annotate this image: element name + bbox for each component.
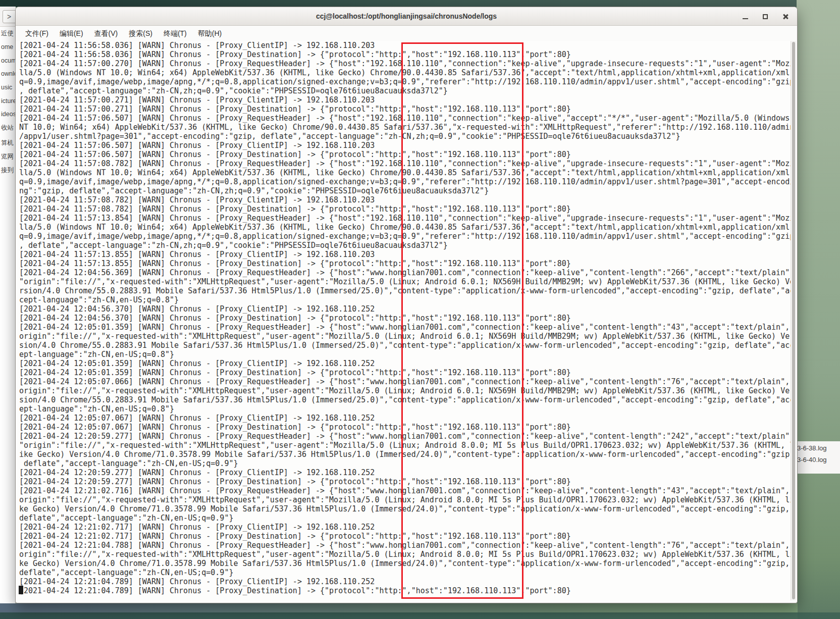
log-line: cept-language":"zh-CN,en-US;q=0.8"}: [19, 295, 794, 304]
menu-item-view[interactable]: 查看(V): [89, 26, 124, 41]
log-line: [2021-04-24 11:57:06.507] [WARN] Chronus…: [19, 141, 794, 150]
minimize-button[interactable]: [739, 10, 752, 23]
sidebar-item-fragment[interactable]: 算机: [0, 137, 16, 150]
log-line: [2021-04-24 11:57:13.855] [WARN] Chronus…: [19, 259, 794, 268]
forward-arrow-button[interactable]: >: [3, 10, 16, 23]
log-line: deflate","accept-language":"zh-CN,en-US;…: [19, 459, 794, 468]
log-line: origin":"file://","x-requested-with":"XM…: [19, 550, 794, 559]
menu-item-search[interactable]: 搜索(S): [123, 26, 158, 41]
sidebar-item-fragment[interactable]: ownlo: [0, 67, 16, 81]
terminal-log-viewport[interactable]: [2021-04-24 11:56:58.036] [WARN] Chronus…: [19, 41, 794, 601]
log-line: [2021-04-24 11:57:00.271] [WARN] Chronus…: [19, 105, 794, 114]
close-button[interactable]: [779, 10, 792, 23]
log-line: [2021-04-24 11:57:06.507] [WARN] Chronus…: [19, 114, 794, 123]
sidebar-item-fragment[interactable]: usic: [0, 81, 16, 94]
menu-item-file[interactable]: 文件(F): [20, 26, 54, 41]
log-line: origin":"file://","x-requested-with":"XM…: [19, 386, 794, 395]
window-title: ccj@localhost:/opt/honglianjingsai/chron…: [316, 12, 497, 20]
desktop-background-bottom-edge: [0, 612, 840, 619]
log-line: [2021-04-24 12:21:04.789] [WARN] Chronus…: [19, 577, 794, 586]
scrollbar-thumb[interactable]: [792, 42, 795, 599]
log-line: [2021-04-24 12:05:01.359] [WARN] Chronus…: [19, 359, 794, 368]
log-line: [2021-04-24 11:57:06.507] [WARN] Chronus…: [19, 150, 794, 159]
log-line: [2021-04-24 12:05:07.066] [WARN] Chronus…: [19, 377, 794, 386]
log-line: [2021-04-24 12:04:56.369] [WARN] Chronus…: [19, 268, 794, 277]
sidebar-item-fragment[interactable]: ocum: [0, 54, 16, 67]
minimize-icon: [743, 18, 748, 19]
log-line: sion/4.0 Chrome/55.0.2883.91 Mobile Safa…: [19, 395, 794, 404]
log-line: q=0.9,image/avif,image/webp,image/apng,*…: [19, 177, 794, 186]
maximize-button[interactable]: [759, 10, 772, 23]
log-line: lla/5.0 (Windows NT 10.0; Win64; x64) Ap…: [19, 68, 794, 77]
sidebar-item-fragment[interactable]: 收站: [0, 121, 16, 135]
log-line: sion/4.0 Chrome/55.0.2883.91 Mobile Safa…: [19, 341, 794, 350]
log-line: "origin":"file://","x-requested-with":"X…: [19, 277, 794, 286]
sidebar-item-fragment[interactable]: ideos: [0, 108, 16, 121]
log-line: lla/5.0 (Windows NT 10.0; Win64; x64) Ap…: [19, 223, 794, 232]
terminal-menubar: 文件(F)编辑(E)查看(V)搜索(S)终端(T)帮助(H): [16, 26, 797, 41]
sidebar-item-fragment[interactable]: ome: [0, 40, 16, 54]
background-file-list-sliver: 3-6-38.log3-6-40.log: [797, 441, 840, 474]
file-manager-toolbar: >: [0, 7, 16, 27]
desktop-background-right: [797, 0, 840, 619]
log-line: [2021-04-24 11:57:13.855] [WARN] Chronus…: [19, 250, 794, 259]
log-line: [2021-04-24 12:20:59.277] [WARN] Chronus…: [19, 468, 794, 477]
menu-item-edit[interactable]: 编辑(E): [54, 26, 89, 41]
log-line: ke Gecko) Version/4.0 Chrome/71.0.3578.9…: [19, 559, 794, 568]
log-line: deflate","accept-language":"zh-CN,en-US;…: [19, 513, 794, 523]
log-line: [2021-04-24 12:21:02.716] [WARN] Chronus…: [19, 486, 794, 495]
log-line: [2021-04-24 12:05:01.359] [WARN] Chronus…: [19, 368, 794, 377]
maximize-icon: [763, 14, 768, 19]
terminal-titlebar[interactable]: ccj@localhost:/opt/honglianjingsai/chron…: [16, 7, 797, 26]
log-line: q=0.9,image/avif,image/webp,image/apng,*…: [19, 232, 794, 241]
menu-item-terminal[interactable]: 终端(T): [158, 26, 192, 41]
log-line: origin":"file://","x-requested-with":"XM…: [19, 495, 794, 504]
log-line: ept-language":"zh-CN,en-US;q=0.8"}: [19, 404, 794, 414]
log-line: [2021-04-24 11:56:58.036] [WARN] Chronus…: [19, 41, 794, 50]
terminal-scrollbar[interactable]: [791, 41, 796, 600]
log-line: [2021-04-24 12:04:56.370] [WARN] Chronus…: [19, 304, 794, 314]
log-line: , deflate","accept-language":"zh-CN,zh;q…: [19, 86, 794, 95]
log-line: /appv1/user.shtml?page=301","accept-enco…: [19, 132, 794, 141]
log-line: [2021-04-24 11:57:08.782] [WARN] Chronus…: [19, 159, 794, 168]
window-controls: [739, 7, 792, 26]
sidebar-item-fragment[interactable]: 览网: [0, 150, 16, 164]
desktop-background-top: [0, 0, 798, 7]
log-line: [2021-04-24 12:05:07.067] [WARN] Chronus…: [19, 414, 794, 423]
background-log-filename[interactable]: 3-6-38.log: [797, 444, 840, 456]
log-line: q=0.9,image/avif,image/webp,image/apng,*…: [19, 77, 794, 86]
log-line: [2021-04-24 11:57:00.270] [WARN] Chronus…: [19, 59, 794, 68]
log-line: [2021-04-24 12:21:04.789] [WARN] Chronus…: [19, 586, 794, 595]
terminal-cursor: [19, 586, 23, 594]
log-line: [2021-04-24 12:20:59.277] [WARN] Chronus…: [19, 477, 794, 486]
background-log-filename[interactable]: 3-6-40.log: [797, 456, 840, 468]
menu-item-help[interactable]: 帮助(H): [192, 26, 227, 41]
sidebar-item-fragment[interactable]: 近使: [0, 27, 16, 40]
log-line: [2021-04-24 12:04:56.370] [WARN] Chronus…: [19, 314, 794, 323]
log-line: rsion/4.0 Chrome/55.0.2883.91 Mobile Saf…: [19, 286, 794, 295]
log-line: origin":"file://","x-requested-with":"XM…: [19, 332, 794, 341]
log-line: [2021-04-24 12:21:02.717] [WARN] Chronus…: [19, 523, 794, 532]
log-line: deflate","accept-language":"zh-CN,en-US;…: [19, 568, 794, 577]
log-line: lla/5.0 (Windows NT 10.0; Win64; x64) Ap…: [19, 168, 794, 177]
log-line: [2021-04-24 11:57:08.782] [WARN] Chronus…: [19, 204, 794, 214]
sidebar-item-fragment[interactable]: icture: [0, 94, 16, 108]
close-icon: [782, 14, 789, 20]
log-line: [2021-04-24 11:57:08.782] [WARN] Chronus…: [19, 195, 794, 204]
log-line: [2021-04-24 12:05:01.359] [WARN] Chronus…: [19, 323, 794, 332]
log-line: ng":"gzip, deflate","accept-language":"z…: [19, 186, 794, 195]
log-line: "origin":"file://","x-requested-with":"X…: [19, 441, 794, 450]
log-line: ke Gecko) Version/4.0 Chrome/71.0.3578.9…: [19, 504, 794, 513]
log-line: [2021-04-24 12:21:02.717] [WARN] Chronus…: [19, 532, 794, 541]
log-line: NT 10.0; Win64; x64) AppleWebKit/537.36 …: [19, 123, 794, 132]
file-manager-window-sliver: > 近使omeocumownlousicictureideos收站算机览网接到: [0, 7, 16, 603]
log-line: ept-language":"zh-CN,en-US;q=0.8"}: [19, 350, 794, 359]
sidebar-item-fragment[interactable]: 接到: [0, 164, 16, 177]
log-line: [2021-04-24 12:05:07.067] [WARN] Chronus…: [19, 423, 794, 432]
terminal-window: ccj@localhost:/opt/honglianjingsai/chron…: [15, 7, 798, 603]
file-manager-sidebar: 近使omeocumownlousicictureideos收站算机览网接到: [0, 27, 16, 177]
log-line: , deflate","accept-language":"zh-CN,zh;q…: [19, 241, 794, 250]
log-line: [2021-04-24 11:57:13.854] [WARN] Chronus…: [19, 214, 794, 223]
log-line: [2021-04-24 11:56:58.036] [WARN] Chronus…: [19, 50, 794, 59]
log-line: [2021-04-24 12:20:59.277] [WARN] Chronus…: [19, 432, 794, 441]
